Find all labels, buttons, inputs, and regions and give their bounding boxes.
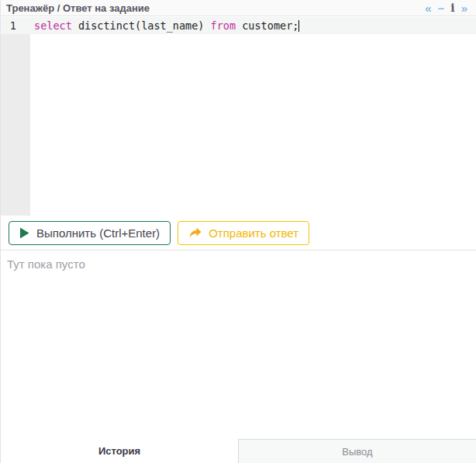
info-icon[interactable]: i — [450, 2, 454, 13]
collapse-right-icon[interactable]: » — [461, 2, 467, 14]
submit-button-label: Отправить ответ — [209, 226, 298, 240]
sql-code-editor[interactable]: 1 select disctinct(last_name) from custo… — [1, 17, 476, 216]
collapse-left-icon[interactable]: « — [425, 2, 431, 14]
sql-keyword: select — [34, 19, 72, 32]
panel-header: Тренажёр / Ответ на задание « − i » — [1, 0, 476, 16]
run-button-label: Выполнить (Ctrl+Enter) — [36, 226, 160, 240]
text-caret — [298, 20, 299, 32]
page-title: Тренажёр / Ответ на задание — [6, 2, 150, 14]
forward-arrow-icon — [188, 227, 202, 239]
sql-plain: disctinct(last_name) — [72, 19, 211, 32]
tab-history[interactable]: История — [1, 439, 238, 463]
sql-plain: customer; — [236, 19, 298, 32]
tab-output[interactable]: Вывод — [238, 439, 476, 463]
header-icons: « − i » — [425, 2, 467, 14]
line-number: 1 — [1, 19, 16, 32]
run-button[interactable]: Выполнить (Ctrl+Enter) — [9, 221, 171, 245]
results-area: Тут пока пусто — [1, 251, 476, 439]
sql-trainer-panel: Тренажёр / Ответ на задание « − i » 1 se… — [0, 0, 476, 463]
minimize-icon[interactable]: − — [438, 2, 445, 14]
empty-placeholder: Тут пока пусто — [1, 251, 476, 271]
code-text: select disctinct(last_name) from custome… — [34, 19, 299, 32]
code-line[interactable]: 1 select disctinct(last_name) from custo… — [1, 17, 476, 34]
editor-toolbar: Выполнить (Ctrl+Enter) Отправить ответ — [9, 221, 309, 245]
submit-answer-button[interactable]: Отправить ответ — [178, 221, 309, 245]
sql-keyword: from — [211, 19, 236, 32]
editor-gutter — [1, 17, 30, 216]
bottom-tabs: История Вывод — [1, 439, 476, 463]
play-icon — [19, 227, 29, 239]
